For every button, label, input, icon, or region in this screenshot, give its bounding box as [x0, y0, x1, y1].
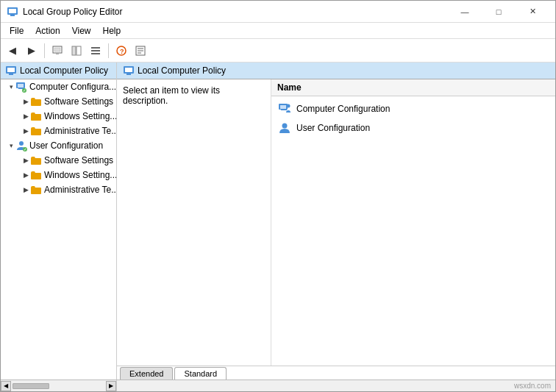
svg-rect-7 — [76, 46, 81, 55]
forward-button[interactable]: ▶ — [23, 42, 40, 60]
up-button[interactable] — [49, 42, 66, 60]
arrow-software-cc: ▶ — [21, 97, 30, 106]
admin-te-uc-label: Administrative Te... — [44, 185, 117, 195]
svg-rect-21 — [18, 84, 24, 88]
content-panel: Local Computer Policy Select an item to … — [117, 63, 555, 379]
computer-config-label: Computer Configura... — [29, 82, 116, 92]
description-pane: Select an item to view its description. — [117, 79, 271, 366]
svg-point-25 — [19, 141, 24, 146]
svg-rect-19 — [9, 74, 13, 75]
menu-bar: FileActionViewHelp — [1, 23, 555, 39]
svg-rect-9 — [91, 50, 100, 51]
toolbar-separator-1 — [44, 43, 45, 58]
software-settings-uc-label: Software Settings — [44, 155, 113, 165]
user-config-label: User Configuration — [29, 140, 103, 151]
folder-icon-admin-uc — [30, 184, 42, 196]
tree-node-admin-te-uc[interactable]: ▶ Administrative Te... — [1, 182, 116, 197]
menu-item-view[interactable]: View — [66, 24, 97, 38]
content-scrollbar-placeholder — [117, 380, 514, 391]
window-controls: — □ ✕ — [448, 1, 549, 23]
menu-item-action[interactable]: Action — [29, 24, 65, 38]
tree-node-windows-setting-uc[interactable]: ▶ Windows Setting... — [1, 168, 116, 182]
help-button[interactable]: ? — [113, 42, 130, 60]
svg-rect-8 — [91, 47, 100, 49]
window-title: Local Group Policy Editor — [23, 7, 122, 17]
scroll-track — [11, 382, 106, 390]
svg-rect-10 — [91, 53, 100, 54]
tree-node-software-settings-cc[interactable]: ▶ Software Settings — [1, 94, 116, 109]
computer-config-list-icon — [277, 101, 292, 116]
folder-icon-windows-uc — [30, 169, 42, 181]
svg-point-34 — [287, 104, 291, 108]
close-button[interactable]: ✕ — [516, 1, 549, 23]
svg-rect-4 — [54, 48, 60, 51]
watermark-area: wsxdn.com — [514, 380, 555, 391]
content-header-icon — [123, 65, 135, 76]
user-config-list-icon — [277, 121, 292, 135]
list-item-computer-config[interactable]: Computer Configuration — [271, 99, 555, 118]
svg-rect-33 — [281, 110, 287, 110]
column-name-header: Name — [277, 82, 549, 93]
toolbar-separator-2 — [108, 43, 109, 58]
tab-extended[interactable]: Extended — [120, 367, 173, 379]
tree-node-windows-setting-cc[interactable]: ▶ Windows Setting... — [1, 109, 116, 124]
watermark: wsxdn.com — [514, 382, 555, 390]
computer-user-icon — [278, 103, 291, 115]
svg-rect-2 — [10, 15, 15, 16]
tabs-area: Extended Standard — [117, 366, 555, 379]
tree-header-label: Local Computer Policy — [20, 65, 108, 76]
app-icon — [7, 6, 18, 18]
tree-node-computer-config[interactable]: ▾ ✓ Computer Configura... — [1, 79, 116, 94]
export-icon — [135, 46, 146, 56]
tree-node-software-settings-uc[interactable]: ▶ Software Settings — [1, 153, 116, 168]
folder-icon-software-cc — [30, 96, 42, 107]
description-text: Select an item to view its description. — [123, 85, 220, 106]
title-bar-left: Local Group Policy Editor — [7, 6, 122, 18]
scroll-thumb[interactable] — [13, 383, 49, 389]
tree-node-admin-te-cc[interactable]: ▶ Administrative Te... — [1, 124, 116, 138]
computer-config-icon: ✓ — [15, 81, 27, 93]
show-hide-button[interactable] — [68, 42, 85, 60]
policy-header-icon — [5, 65, 17, 76]
toolbar: ◀ ▶ ? — [1, 39, 555, 63]
scroll-right-btn[interactable]: ▶ — [106, 381, 116, 391]
folder-icon-windows-cc — [30, 110, 42, 122]
menu-item-help[interactable]: Help — [97, 24, 127, 38]
arrow-computer-config: ▾ — [7, 82, 15, 91]
content-header: Local Computer Policy — [117, 63, 555, 79]
user-icon-list — [278, 122, 291, 134]
tree-header[interactable]: Local Computer Policy — [1, 63, 116, 79]
svg-rect-32 — [280, 105, 286, 109]
menu-item-file[interactable]: File — [4, 24, 29, 38]
up-icon — [52, 46, 63, 56]
tree-nodes: ▾ ✓ Computer Configura... ▶ — [1, 79, 116, 197]
back-button[interactable]: ◀ — [4, 42, 21, 60]
bottom-area: Extended Standard — [117, 366, 555, 379]
tab-standard[interactable]: Standard — [174, 367, 227, 379]
arrow-windows-cc: ▶ — [21, 112, 30, 121]
user-config-list-label: User Configuration — [296, 123, 370, 133]
computer-config-list-label: Computer Configuration — [296, 104, 390, 114]
folder-icon-admin-cc — [30, 125, 42, 137]
maximize-button[interactable]: □ — [482, 1, 516, 23]
view-button[interactable] — [87, 42, 104, 60]
items-pane: Name — [271, 79, 555, 366]
arrow-admin-uc: ▶ — [21, 185, 30, 194]
export-button[interactable] — [132, 42, 149, 60]
items-list: Computer Configuration User Configuratio… — [271, 96, 555, 140]
arrow-user-config: ▾ — [7, 141, 15, 150]
svg-text:✓: ✓ — [23, 88, 26, 93]
svg-point-35 — [282, 124, 288, 129]
list-item-user-config[interactable]: User Configuration — [271, 118, 555, 138]
svg-rect-29 — [125, 68, 132, 72]
minimize-button[interactable]: — — [448, 1, 482, 23]
h-scrollbar: ◀ ▶ — [1, 380, 117, 391]
help-icon: ? — [116, 46, 126, 56]
content-header-label: Local Computer Policy — [138, 65, 226, 76]
panel-icon — [71, 46, 82, 56]
scroll-left-btn[interactable]: ◀ — [1, 381, 11, 391]
content-body: Select an item to view its description. … — [117, 79, 555, 366]
folder-icon-software-uc — [30, 154, 42, 166]
svg-rect-18 — [7, 68, 15, 72]
tree-node-user-config[interactable]: ▾ ✓ User Configuration — [1, 138, 116, 153]
